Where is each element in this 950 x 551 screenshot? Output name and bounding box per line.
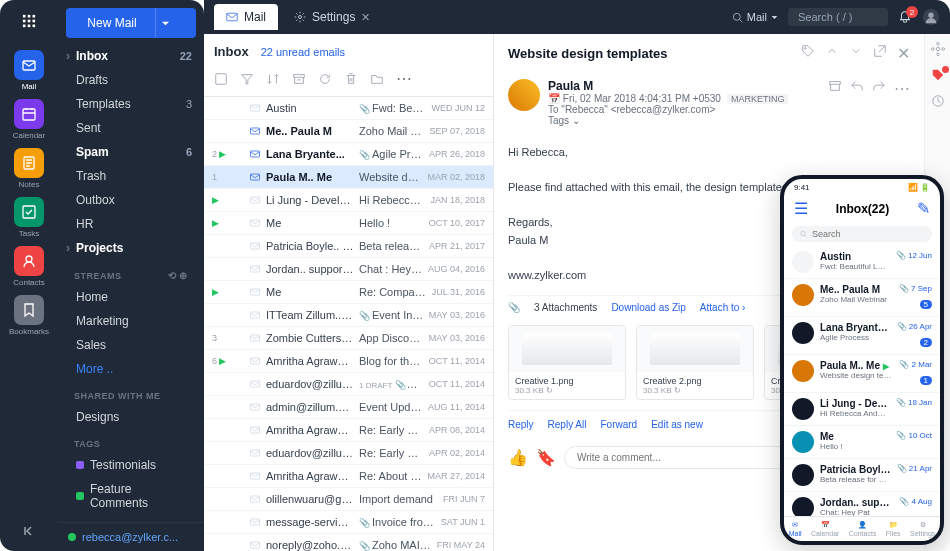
mobile-search-input[interactable]: [812, 229, 924, 239]
mail-row[interactable]: message-service@... 📎Invoice from Invoic…: [204, 511, 493, 534]
move-icon[interactable]: [370, 72, 384, 86]
mail-row[interactable]: Amritha Agrawal... Re: Early access to .…: [204, 419, 493, 442]
user-avatar-top[interactable]: [922, 8, 940, 26]
more-icon[interactable]: ⋯: [396, 69, 414, 88]
rail-bookmarks[interactable]: Bookmarks: [6, 291, 52, 340]
mail-row[interactable]: ▶ Me Re: Comparison ... JUL 31, 2016: [204, 281, 493, 304]
mail-row[interactable]: 3 Zombie Cutters.. Me App Discounts MAY …: [204, 327, 493, 350]
mobile-row[interactable]: Jordan.. support@zylkerChat: Hey Pat 📎 4…: [784, 492, 940, 516]
folder-templates[interactable]: Templates3: [62, 92, 200, 116]
delete-icon[interactable]: [344, 72, 358, 86]
mail-row[interactable]: admin@zillum.com Event Updated - De... A…: [204, 396, 493, 419]
rail-contacts[interactable]: Contacts: [6, 242, 52, 291]
tag-feature-comments[interactable]: Feature Comments: [62, 477, 200, 515]
tab-close-icon[interactable]: ✕: [361, 11, 370, 24]
reply-all-link[interactable]: Reply All: [548, 419, 587, 430]
msg-more-icon[interactable]: ⋯: [894, 79, 910, 126]
mail-row[interactable]: eduardov@zillum.c... Re: Early access to…: [204, 442, 493, 465]
download-zip-link[interactable]: Download as Zip: [611, 302, 685, 313]
new-mail-button[interactable]: New Mail: [66, 8, 196, 38]
attach-to-link[interactable]: Attach to ›: [700, 302, 746, 313]
mail-row[interactable]: Austin 📎Fwd: Beautiful locati... WED JUN…: [204, 97, 493, 120]
global-search[interactable]: Search ( / ): [788, 8, 888, 26]
mail-row[interactable]: olillenwuaru@gmai... Import demand FRI J…: [204, 488, 493, 511]
tab-settings[interactable]: Settings ✕: [282, 4, 382, 30]
folder-spam[interactable]: Spam6: [62, 140, 200, 164]
mobile-menu-icon[interactable]: ☰: [794, 199, 808, 218]
archive-icon[interactable]: [292, 72, 306, 86]
mobile-tab-calendar[interactable]: 📅Calendar: [811, 521, 839, 537]
rail-calendar[interactable]: Calendar: [6, 95, 52, 144]
mail-row[interactable]: 1 Paula M.. Me Website design temp... MA…: [204, 166, 493, 189]
attachment[interactable]: Creative 1.png30.3 KB ↻: [508, 325, 626, 400]
rail-notes[interactable]: Notes: [6, 144, 52, 193]
folder-sent[interactable]: Sent: [62, 116, 200, 140]
close-reader-icon[interactable]: ✕: [897, 44, 910, 63]
mobile-tab-settings[interactable]: ⚙Settings: [910, 521, 935, 537]
folder-projects[interactable]: ›Projects: [62, 236, 200, 260]
mail-row[interactable]: Jordan.. support@z... Chat : Hey Pat, I …: [204, 258, 493, 281]
tab-mail[interactable]: Mail: [214, 4, 278, 30]
folder-hr[interactable]: HR: [62, 212, 200, 236]
widget-icon[interactable]: [931, 42, 945, 56]
mail-menu[interactable]: Mail: [732, 11, 778, 23]
notifications-icon[interactable]: 2: [898, 10, 912, 24]
rail-tasks[interactable]: Tasks: [6, 193, 52, 242]
reply-link[interactable]: Reply: [508, 419, 534, 430]
mobile-row[interactable]: AustinFwd: Beautiful Locations 📎 12 Jun: [784, 246, 940, 279]
folder-home[interactable]: Home: [62, 285, 200, 309]
mobile-search[interactable]: [792, 226, 932, 242]
sort-icon[interactable]: [266, 72, 280, 86]
folder-outbox[interactable]: Outbox: [62, 188, 200, 212]
mobile-row[interactable]: Li Jung - Developer ▶Hi Rebecca Anderson…: [784, 393, 940, 426]
like-icon[interactable]: 👍: [508, 448, 528, 467]
tag-testimonials[interactable]: Testimonials: [62, 453, 200, 477]
forward-link[interactable]: Forward: [600, 419, 637, 430]
new-mail-dropdown[interactable]: [155, 8, 175, 38]
popout-icon[interactable]: [873, 44, 887, 63]
mail-row[interactable]: noreply@zoho.com 📎Zoho MAIL :: Mail For.…: [204, 534, 493, 551]
edit-as-new-link[interactable]: Edit as new: [651, 419, 703, 430]
refresh-icon[interactable]: [318, 72, 332, 86]
unread-count[interactable]: 22 unread emails: [261, 46, 345, 58]
mobile-row[interactable]: MeHello ! 📎 10 Oct: [784, 426, 940, 459]
mobile-row[interactable]: Lana Bryante.. Me ▶Agile Process 📎 26 Ap…: [784, 317, 940, 355]
attachment[interactable]: Creative 2.png30.3 KB ↻: [636, 325, 754, 400]
tag-tool-icon[interactable]: [801, 44, 815, 63]
mobile-row[interactable]: Me.. Paula MZoho Mail Webinar 📎 7 Sep5: [784, 279, 940, 317]
mobile-tab-mail[interactable]: ✉Mail: [789, 521, 802, 537]
collapse-rail-icon[interactable]: [21, 523, 37, 539]
mail-row[interactable]: ▶ Li Jung - Developer Hi Rebecca Anderso…: [204, 189, 493, 212]
sender-avatar[interactable]: [508, 79, 540, 111]
mobile-tab-contacts[interactable]: 👤Contacts: [849, 521, 877, 537]
widget-time-icon[interactable]: [931, 94, 945, 108]
mobile-row[interactable]: Paula M.. Me ▶Website design templates 📎…: [784, 355, 940, 393]
mobile-row[interactable]: Patricia Boyle.. MeBeta release for appl…: [784, 459, 940, 492]
folder-sales[interactable]: Sales: [62, 333, 200, 357]
next-msg-icon[interactable]: [849, 44, 863, 63]
widget-notif-icon[interactable]: [931, 68, 945, 82]
more-link[interactable]: More ..: [62, 357, 200, 381]
mail-row[interactable]: Me.. Paula M Zoho Mail Webinar SEP 07, 2…: [204, 120, 493, 143]
forward-icon[interactable]: [872, 79, 886, 126]
mail-row[interactable]: 6▶ Amritha Agrawal... Blog for the Be...…: [204, 350, 493, 373]
mail-row[interactable]: ITTeam Zillum.. Me 📎Event Invitation - T…: [204, 304, 493, 327]
user-account[interactable]: rebecca@zylker.c...: [58, 522, 204, 551]
folder-designs[interactable]: Designs: [62, 405, 200, 429]
folder-trash[interactable]: Trash: [62, 164, 200, 188]
mail-row[interactable]: eduardov@zillum.c... 1 DRAFT 📎Some snaps…: [204, 373, 493, 396]
folder-marketing[interactable]: Marketing: [62, 309, 200, 333]
checkbox-icon[interactable]: [214, 72, 228, 86]
mail-row[interactable]: Amritha Agrawal... Re: About the demo pr…: [204, 465, 493, 488]
folder-inbox[interactable]: ›Inbox22: [62, 44, 200, 68]
mail-row[interactable]: Patricia Boyle.. Me Beta release of appl…: [204, 235, 493, 258]
mobile-compose-icon[interactable]: ✎: [917, 199, 930, 218]
mail-row[interactable]: 2▶ Lana Bryante... 📎Agile Process APR 26…: [204, 143, 493, 166]
rail-mail[interactable]: Mail: [6, 46, 52, 95]
msg-tags[interactable]: Tags ⌄: [548, 115, 820, 126]
mobile-tab-files[interactable]: 📁Files: [886, 521, 901, 537]
reply-icon[interactable]: [850, 79, 864, 126]
comment-bookmark-icon[interactable]: 🔖: [536, 448, 556, 467]
filter-icon[interactable]: [240, 72, 254, 86]
apps-grid-icon[interactable]: [16, 8, 42, 34]
